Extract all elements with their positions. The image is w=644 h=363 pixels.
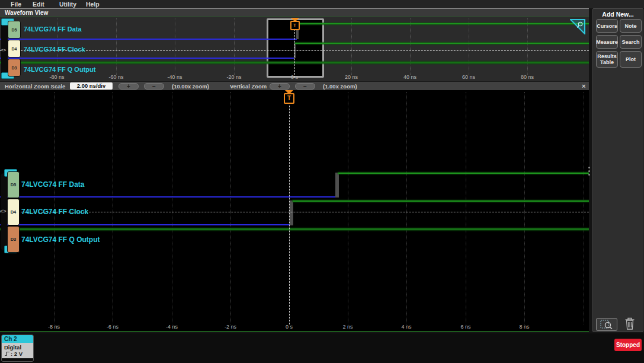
overview-badge-d4[interactable]: D4 [8, 40, 21, 58]
oscilloscope-app: File Edit Utility Help Waveform View [0, 0, 644, 363]
hzoom-plus-button[interactable]: + [118, 83, 139, 90]
measure-button[interactable]: Measure [596, 35, 618, 49]
data-low-segment [0, 196, 335, 198]
zoom-toolbar: Horizontal Zoom Scale 2.00 ns/div + − (1… [0, 81, 589, 90]
search-button[interactable]: Search [620, 35, 642, 49]
vzoom-minus-button[interactable]: − [295, 83, 315, 90]
label-data[interactable]: 74LVCG74 FF Data [21, 180, 84, 189]
overview-trigger-line [294, 29, 295, 78]
overview-label-qoutput[interactable]: 74LVCG74 FF Q Output [24, 66, 95, 73]
badge-d3[interactable]: D3 [7, 226, 20, 253]
zoomed-waveform-area: T <> D5 D4 D3 74LVCG74 FF Data 74LVCG74 … [0, 90, 589, 332]
trash-button[interactable] [624, 316, 635, 333]
trigger-line [289, 106, 290, 324]
ch2-badge[interactable]: Ch 2 Digital : 2 V [1, 335, 34, 362]
plot-button[interactable]: Plot [620, 51, 642, 68]
bottom-bar: Ch 2 Digital : 2 V 1 3 4 [0, 333, 644, 363]
menu-file[interactable]: File [11, 1, 21, 8]
trash-icon [624, 316, 635, 330]
hzoom-factor-label: (10.00x zoom) [172, 83, 209, 90]
ch2-mode: Digital : 2 V [2, 343, 33, 358]
zoom-waveform-icon [600, 320, 613, 330]
menu-help[interactable]: Help [86, 1, 100, 8]
run-state-badge[interactable]: Stopped [614, 339, 642, 351]
waveform-view-title: Waveform View [5, 9, 48, 16]
panel-resize-handle[interactable] [588, 167, 590, 176]
results-table-button[interactable]: Results Table [596, 51, 618, 68]
overview-trigger-marker[interactable]: T [290, 18, 300, 30]
threshold-icon [4, 351, 10, 356]
ch2-name: Ch 2 [2, 335, 33, 343]
menu-utility[interactable]: Utility [59, 1, 76, 8]
cursors-button[interactable]: Cursors [596, 19, 618, 33]
selected-channel-indicator: <> [0, 208, 7, 214]
vzoom-plus-button[interactable]: + [270, 83, 290, 90]
vzoom-factor-label: (1.00x zoom) [323, 83, 357, 90]
overview-badge-d5[interactable]: D5 [8, 21, 21, 39]
zoom-close-icon[interactable]: × [582, 82, 585, 90]
overview-waveform-area: T -80 ns -60 ns -40 ns -20 ns 0 s 20 ns … [0, 17, 589, 81]
overview-badge-d3[interactable]: D3 [8, 59, 21, 77]
clock-low-segment [0, 224, 290, 225]
add-new-title: Add New... [593, 11, 643, 18]
vzoom-label: Vertical Zoom [230, 83, 267, 90]
data-transition [335, 173, 339, 198]
hzoom-scale-value[interactable]: 2.00 ns/div [70, 82, 113, 90]
label-qoutput[interactable]: 74LVCG74 FF Q Output [21, 235, 100, 244]
qoutput-high-segment [0, 228, 589, 230]
clock-transition [290, 200, 293, 225]
badge-d4[interactable]: D4 [7, 199, 20, 225]
overview-label-data[interactable]: 74LVCG74 FF Data [24, 26, 82, 33]
trigger-marker[interactable]: T [284, 90, 294, 104]
zoom-overlay-button[interactable] [596, 318, 617, 331]
waveform-view-tab[interactable]: Waveform View [0, 8, 589, 17]
ch2-threshold: : 2 V [11, 351, 23, 357]
add-new-panel: Add New... Cursors Note Measure Search R… [592, 8, 643, 332]
note-button[interactable]: Note [620, 19, 642, 33]
overview-clock-low-segment [0, 58, 294, 59]
hzoom-minus-button[interactable]: − [144, 83, 164, 90]
clock-high-segment [293, 200, 589, 202]
data-high-segment [338, 173, 589, 174]
overview-label-clock[interactable]: 74LVCG74 FF Clock [24, 46, 85, 53]
label-clock[interactable]: 74LVCG74 FF Clock [21, 208, 88, 216]
menu-bar: File Edit Utility Help [0, 0, 644, 8]
selected-channel-indicator: <> [1, 47, 6, 53]
overview-clock-high-segment [295, 43, 589, 44]
hzoom-scale-label: Horizontal Zoom Scale [5, 83, 65, 90]
overview-data-high-segment [298, 23, 589, 24]
overview-data-low-segment [0, 39, 297, 40]
zoom-flag-icon[interactable] [570, 19, 585, 37]
badge-d5[interactable]: D5 [7, 171, 20, 198]
menu-edit[interactable]: Edit [33, 1, 44, 8]
